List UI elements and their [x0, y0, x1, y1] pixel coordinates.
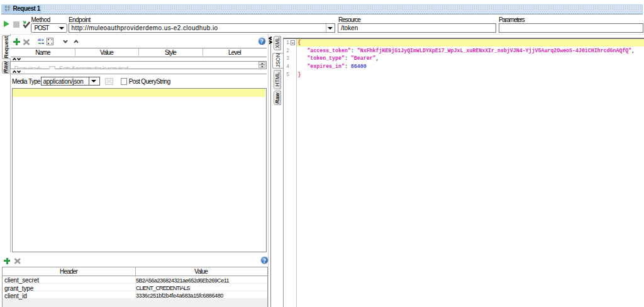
svg-text:ab: ab	[38, 38, 42, 42]
